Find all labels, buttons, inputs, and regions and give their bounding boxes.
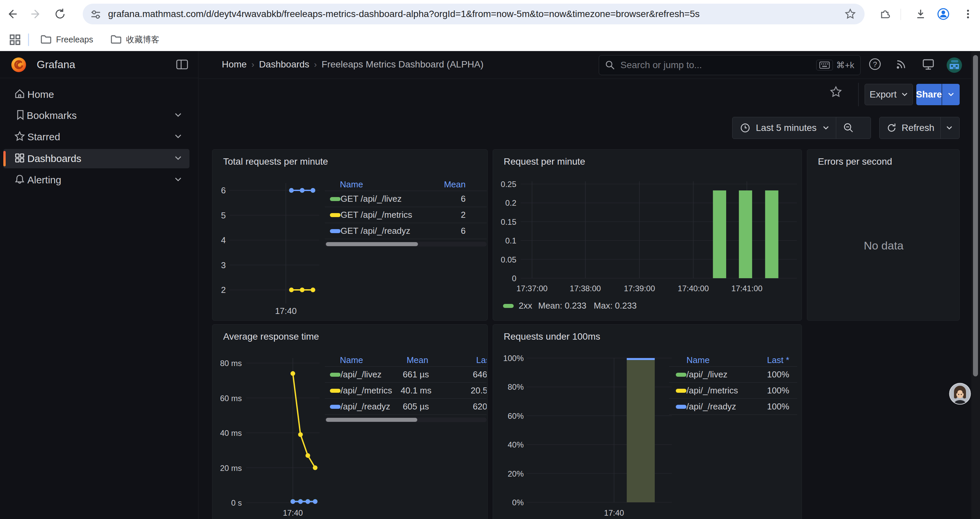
share-button[interactable]: Share <box>916 84 942 105</box>
news-rss-icon[interactable] <box>895 57 908 72</box>
scrollbar-thumb[interactable] <box>973 55 978 376</box>
svg-text:4: 4 <box>221 235 226 245</box>
chevron-down-icon[interactable] <box>174 112 182 119</box>
page-header: Home › Dashboards › Freeleaps Metrics Da… <box>199 51 980 79</box>
browser-forward-button[interactable] <box>29 7 43 21</box>
series-last: 100% <box>752 385 797 396</box>
chevron-down-icon[interactable] <box>174 155 182 162</box>
svg-text:17:39:00: 17:39:00 <box>624 284 655 293</box>
legend-row[interactable]: /api/_/livez 661 µs 646 µs <box>325 367 487 383</box>
panel-title[interactable]: Errors per second <box>818 156 892 167</box>
legend-col-name[interactable]: Name <box>340 179 420 190</box>
series-mean: 2 <box>421 210 487 220</box>
share-menu-button[interactable] <box>942 84 960 105</box>
time-range-label[interactable]: Last 5 minutes <box>756 123 816 133</box>
series-name[interactable]: GET /api/_/readyz <box>340 226 421 236</box>
chevron-down-icon <box>946 126 953 130</box>
series-name[interactable]: GET /api/_/metrics <box>340 210 421 220</box>
site-settings-icon[interactable] <box>90 9 102 21</box>
series-last: 620 µs <box>429 401 487 412</box>
extensions-icon[interactable] <box>877 7 892 21</box>
user-avatar[interactable] <box>946 57 963 75</box>
favorite-dashboard-icon[interactable] <box>830 86 842 99</box>
scrollbar-thumb[interactable] <box>326 418 417 422</box>
legend-row[interactable]: /api/_/metrics 100% <box>669 383 797 399</box>
legend-row[interactable]: GET /api/_/readyz 6 <box>325 223 487 239</box>
browser-profile-icon[interactable] <box>936 7 951 21</box>
request-per-minute-chart[interactable]: 0.250.20.150.10.05017:37:0017:38:0017:39… <box>493 150 802 321</box>
address-bar[interactable]: grafana.mathmast.com/d/deytv4rwavabkb/fr… <box>83 4 865 24</box>
breadcrumb-dashboards[interactable]: Dashboards <box>259 59 309 70</box>
browser-menu-icon[interactable] <box>961 7 975 21</box>
series-name[interactable]: /api/_/metrics <box>686 385 752 396</box>
legend-row[interactable]: /api/_/readyz 605 µs 620 µs <box>325 399 487 415</box>
export-button[interactable]: Export <box>865 84 913 105</box>
refresh-label[interactable]: Refresh <box>902 123 934 133</box>
sidebar-item-starred[interactable]: Starred <box>3 127 189 147</box>
series-name[interactable]: /api/_/readyz <box>686 401 751 412</box>
chevron-down-icon[interactable] <box>174 134 182 140</box>
bookmark-folder-blogs[interactable]: 收藏博客 <box>110 34 159 45</box>
legend-col-name[interactable]: Name <box>686 355 738 366</box>
series-name[interactable]: /api/_/readyz <box>340 401 401 412</box>
chevron-down-icon[interactable] <box>174 177 182 184</box>
search-box[interactable]: ⌘+k <box>599 55 861 75</box>
legend-col-last[interactable]: Last * <box>428 355 487 366</box>
bookmark-star-icon[interactable] <box>845 8 856 21</box>
panel-errors-per-second: Errors per second No data <box>807 149 960 321</box>
legend-col-mean[interactable]: Mean <box>400 355 428 366</box>
series-mean: Mean: 0.233 <box>538 300 586 311</box>
bell-icon <box>14 174 25 186</box>
legend-col-last[interactable]: Last * <box>738 355 797 366</box>
legend-scrollbar[interactable] <box>325 417 487 422</box>
chevron-down-icon <box>948 92 954 97</box>
legend-inline[interactable]: 2xx Mean: 0.233 Max: 0.233 <box>503 300 637 311</box>
star-icon <box>14 131 25 143</box>
browser-back-button[interactable] <box>5 7 19 21</box>
series-name[interactable]: 2xx <box>519 300 532 311</box>
breadcrumb: Home › Dashboards › Freeleaps Metrics Da… <box>222 59 484 70</box>
series-name[interactable]: /api/_/livez <box>686 369 747 380</box>
legend-scrollbar[interactable] <box>325 242 487 246</box>
group-divider <box>940 117 941 139</box>
search-input[interactable] <box>620 60 816 70</box>
series-name[interactable]: /api/_/livez <box>340 369 401 380</box>
scrollbar-thumb[interactable] <box>326 242 418 246</box>
url-text[interactable]: grafana.mathmast.com/d/deytv4rwavabkb/fr… <box>108 9 700 19</box>
legend-col-name[interactable]: Name <box>340 355 400 366</box>
grafana-logo-icon[interactable] <box>10 56 27 75</box>
legend-header: Name Mean Last * <box>325 354 487 367</box>
sidebar-item-home[interactable]: Home <box>3 85 189 104</box>
legend-row[interactable]: GET /api/_/livez 6 <box>325 191 487 207</box>
dashboards-icon <box>14 152 25 165</box>
sidebar-item-alerting[interactable]: Alerting <box>3 170 189 190</box>
page-scrollbar[interactable] <box>971 51 980 519</box>
breadcrumb-home[interactable]: Home <box>222 59 247 70</box>
legend-col-mean[interactable]: Mean <box>420 179 487 190</box>
legend-header: Name Mean <box>325 178 487 191</box>
collapse-sidebar-icon[interactable] <box>176 59 188 71</box>
sidebar-item-bookmarks[interactable]: Bookmarks <box>3 106 189 125</box>
help-icon[interactable]: ? <box>868 57 882 73</box>
downloads-icon[interactable] <box>913 7 928 21</box>
refresh-interval-dropdown[interactable] <box>946 126 953 130</box>
series-name[interactable]: GET /api/_/livez <box>340 194 421 204</box>
legend-row[interactable]: GET /api/_/metrics 2 <box>325 207 487 223</box>
share-label: Share <box>916 89 942 100</box>
svg-text:80%: 80% <box>508 382 524 391</box>
floating-avatar[interactable] <box>949 383 971 406</box>
series-name[interactable]: /api/_/metrics <box>340 385 401 396</box>
apps-grid-icon[interactable] <box>9 34 21 48</box>
browser-reload-button[interactable] <box>53 7 67 21</box>
series-last: 20.5 ms <box>432 385 487 396</box>
legend-row[interactable]: /api/_/metrics 40.1 ms 20.5 ms <box>325 383 487 399</box>
sidebar-item-dashboards[interactable]: Dashboards <box>3 149 189 168</box>
legend-row[interactable]: /api/_/readyz 100% <box>669 399 797 415</box>
legend-table: Name Mean Last * /api/_/livez 661 µs 646… <box>325 354 487 422</box>
zoom-out-icon[interactable] <box>843 122 854 134</box>
monitor-icon[interactable] <box>921 57 935 73</box>
legend-row[interactable]: /api/_/livez 100% <box>669 367 797 383</box>
svg-text:40 ms: 40 ms <box>220 428 242 438</box>
bookmark-folder-freeleaps[interactable]: Freeleaps <box>40 34 93 45</box>
brand-title[interactable]: Grafana <box>37 58 75 71</box>
